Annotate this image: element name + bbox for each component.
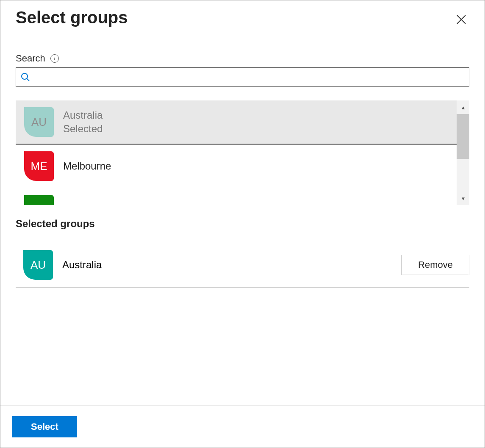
- scrollbar[interactable]: ▴ ▾: [457, 100, 469, 205]
- selected-item-label: Australia: [62, 259, 402, 271]
- search-icon: [20, 72, 30, 82]
- scroll-track[interactable]: [457, 114, 469, 192]
- search-input[interactable]: [34, 72, 465, 82]
- svg-point-2: [22, 73, 28, 79]
- avatar: AU: [24, 107, 54, 137]
- search-label: Search: [16, 53, 45, 64]
- info-icon[interactable]: i: [50, 54, 59, 63]
- search-box[interactable]: [16, 67, 469, 87]
- group-text: Australia Selected: [63, 109, 103, 136]
- panel-title: Select groups: [16, 8, 128, 27]
- close-button[interactable]: [453, 11, 469, 28]
- avatar: ME: [24, 151, 54, 181]
- group-item-partial[interactable]: [16, 188, 457, 205]
- scroll-up-icon[interactable]: ▴: [457, 100, 469, 114]
- avatar: AU: [23, 250, 53, 280]
- selected-groups-heading: Selected groups: [16, 218, 469, 230]
- scroll-thumb[interactable]: [457, 114, 469, 159]
- svg-line-3: [27, 78, 29, 81]
- group-item-melbourne[interactable]: ME Melbourne: [16, 145, 457, 188]
- select-button[interactable]: Select: [12, 416, 77, 437]
- group-text: Melbourne: [63, 159, 111, 173]
- scroll-down-icon[interactable]: ▾: [457, 192, 469, 205]
- close-icon: [456, 14, 467, 25]
- footer: Select: [0, 406, 485, 448]
- group-list: AU Australia Selected ME Melbourne: [16, 100, 457, 205]
- remove-button[interactable]: Remove: [402, 255, 469, 275]
- selected-item-australia: AU Australia Remove: [16, 245, 469, 288]
- avatar: [24, 195, 54, 205]
- group-item-australia[interactable]: AU Australia Selected: [16, 100, 457, 145]
